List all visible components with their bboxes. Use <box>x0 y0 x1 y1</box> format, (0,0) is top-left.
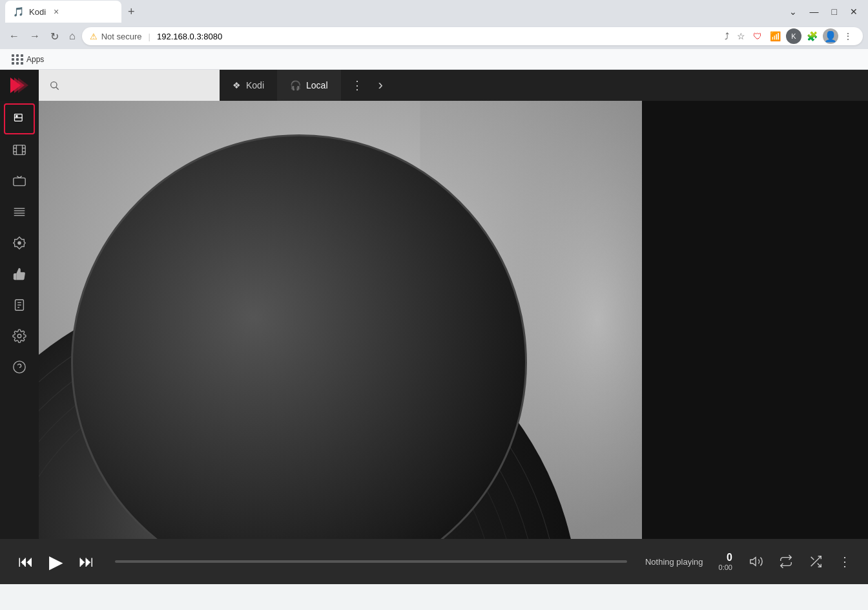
kodi-nav-tabs: ❖ Kodi 🎧 Local <box>220 70 341 101</box>
address-actions: ⤴ ☆ 🛡 📶 K 🧩 👤 ⋮ <box>722 28 855 44</box>
svg-point-3 <box>51 82 57 88</box>
share-button[interactable]: ⤴ <box>722 30 732 43</box>
svg-rect-6 <box>16 115 17 117</box>
repeat-button[interactable] <box>772 551 800 573</box>
sidebar-item-list[interactable] <box>4 196 35 227</box>
forward-button[interactable]: → <box>26 28 44 45</box>
svg-marker-42 <box>750 558 756 566</box>
player-bar: ⏮ ▶ ⏭ Nothing playing 0 0:00 <box>0 539 868 584</box>
shuffle-button[interactable] <box>802 551 829 573</box>
tv-icon <box>12 174 26 188</box>
time-display: 0 0:00 <box>714 552 738 571</box>
sidebar-item-movies[interactable] <box>4 134 35 165</box>
svg-line-44 <box>818 563 822 567</box>
apps-label: Apps <box>26 55 44 64</box>
svg-rect-40 <box>274 235 303 243</box>
url-input[interactable] <box>157 32 718 41</box>
player-menu-button[interactable]: ⋮ <box>832 550 858 573</box>
sidebar-item-music[interactable] <box>4 103 35 134</box>
maximize-button[interactable]: □ <box>827 4 842 19</box>
svg-point-22 <box>17 241 21 245</box>
address-bar-row: ← → ↻ ⌂ ⚠ Not secure | ⤴ ☆ 🛡 📶 K 🧩 👤 ⋮ <box>0 23 868 49</box>
kodi-more-button[interactable]: ⋮ <box>344 78 371 92</box>
bookmark-button[interactable]: ☆ <box>734 30 748 43</box>
svg-marker-41 <box>291 247 300 261</box>
shield-button[interactable]: 🛡 <box>750 30 765 43</box>
now-playing-label: Nothing playing <box>640 557 708 567</box>
help-icon <box>12 360 26 374</box>
svg-rect-38 <box>371 213 413 226</box>
bookmarks-bar: Apps <box>0 49 868 70</box>
svg-rect-39 <box>260 220 310 242</box>
not-secure-label: Not secure <box>101 32 142 41</box>
kodi-chevron-button[interactable]: › <box>371 77 391 94</box>
progress-bar[interactable] <box>115 560 627 563</box>
local-tab-label: Local <box>306 80 327 90</box>
address-separator: | <box>149 32 150 41</box>
favorites-icon <box>12 267 26 281</box>
svg-point-32 <box>39 282 579 539</box>
search-input[interactable] <box>65 80 209 90</box>
tab-local[interactable]: 🎧 Local <box>277 70 340 101</box>
sidebar-item-tv[interactable] <box>4 165 35 196</box>
sidebar-item-help[interactable] <box>4 352 35 383</box>
player-right-controls: ⋮ <box>743 550 858 573</box>
avatar-button[interactable]: 👤 <box>823 28 838 44</box>
progress-bar-container <box>107 560 635 563</box>
turntable-svg <box>39 101 642 539</box>
svg-rect-15 <box>14 178 25 185</box>
sidebar-item-playlist[interactable] <box>4 289 35 321</box>
svg-marker-2 <box>18 78 28 93</box>
stats-button[interactable]: 📶 <box>767 30 783 43</box>
kodi-search-bar[interactable] <box>39 70 220 101</box>
extensions-button[interactable]: 🧩 <box>804 30 820 43</box>
volume-icon <box>749 554 763 569</box>
sidebar-item-settings[interactable] <box>4 321 35 352</box>
settings-icon <box>12 329 26 343</box>
volume-button[interactable] <box>743 551 770 573</box>
kodi-main-content <box>39 101 642 539</box>
list-icon <box>12 205 26 219</box>
addons-icon <box>12 236 26 250</box>
svg-point-27 <box>17 334 21 338</box>
play-button[interactable]: ▶ <box>41 546 71 578</box>
new-tab-button[interactable]: + <box>121 5 141 19</box>
svg-line-4 <box>56 87 59 90</box>
rewind-button[interactable]: ⏮ <box>10 547 41 576</box>
player-controls: ⏮ ▶ ⏭ <box>10 546 102 578</box>
music-icon <box>13 112 26 125</box>
kodi-tab-label: Kodi <box>246 80 264 90</box>
fast-forward-button[interactable]: ⏭ <box>71 547 102 576</box>
kodi-logo[interactable] <box>0 70 39 101</box>
kodi-right-panel <box>642 101 868 539</box>
kodi-logo-icon <box>8 74 31 97</box>
kodi-sidebar <box>0 101 39 539</box>
kodi-tab-icon: ❖ <box>232 80 241 90</box>
tab-title: Kodi <box>29 7 46 17</box>
turntable-background <box>39 101 642 539</box>
local-tab-icon: 🎧 <box>290 80 301 90</box>
chevron-down-button[interactable]: ⌄ <box>784 4 802 19</box>
browser-menu-button[interactable]: ⋮ <box>841 30 855 43</box>
playlist-icon <box>12 298 26 312</box>
back-button[interactable]: ← <box>5 28 23 45</box>
sidebar-item-favorites[interactable] <box>4 258 35 289</box>
browser-tab[interactable]: 🎵 Kodi × <box>5 1 121 23</box>
sidebar-item-addons[interactable] <box>4 227 35 258</box>
minimize-button[interactable]: — <box>805 4 824 19</box>
kodi-body <box>0 101 868 539</box>
kodi-app: ❖ Kodi 🎧 Local ⋮ › <box>0 70 868 584</box>
svg-rect-8 <box>14 145 25 155</box>
tab-close-button[interactable]: × <box>51 5 61 18</box>
refresh-button[interactable]: ↻ <box>46 28 63 45</box>
window-controls: ⌄ — □ ✕ <box>784 4 863 19</box>
apps-bookmark[interactable]: Apps <box>8 52 48 67</box>
close-button[interactable]: ✕ <box>845 4 863 19</box>
profile-button[interactable]: K <box>786 28 801 44</box>
address-bar[interactable]: ⚠ Not secure | ⤴ ☆ 🛡 📶 K 🧩 👤 ⋮ <box>82 27 863 45</box>
apps-grid-icon <box>12 54 24 65</box>
svg-line-45 <box>811 557 814 560</box>
home-button[interactable]: ⌂ <box>65 28 79 45</box>
kodi-header: ❖ Kodi 🎧 Local ⋮ › <box>0 70 868 101</box>
tab-kodi[interactable]: ❖ Kodi <box>220 70 277 101</box>
